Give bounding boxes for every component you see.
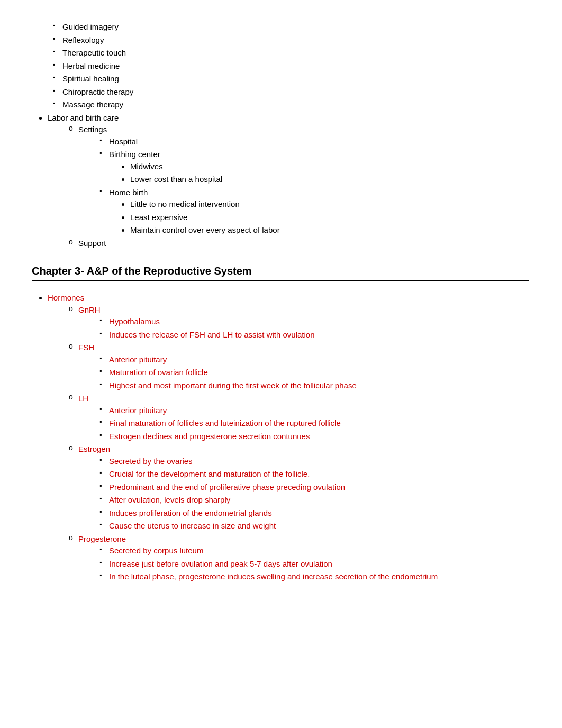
labor-list: Labor and birth care Settings Hospital B… [48, 112, 529, 250]
progesterone-sub-list: Secreted by corpus luteum Increase just … [99, 545, 529, 583]
list-item: Midwives [130, 161, 529, 173]
fsh-sub-list: Anterior pituitary Maturation of ovarian… [99, 354, 529, 392]
estrogen-item: Estrogen Secreted by the ovaries Crucial… [69, 443, 529, 532]
list-item: Anterior pituitary [99, 405, 529, 417]
list-item: Highest and most important during the fi… [99, 380, 529, 392]
hospital-list: Hospital Birthing center Midwives Lower … [99, 136, 529, 236]
list-item: In the luteal phase, progesterone induce… [99, 571, 529, 583]
list-item: Lower cost than a hospital [130, 174, 529, 186]
list-item: After ovulation, levels drop sharply [99, 494, 529, 506]
gnrh-item: GnRH Hypothalamus Induces the release of… [69, 304, 529, 341]
list-item: Guided imagery [53, 21, 529, 33]
list-item: Cause the uterus to increase in size and… [99, 520, 529, 532]
hormones-sub-list: GnRH Hypothalamus Induces the release of… [69, 304, 529, 583]
list-item: Crucial for the development and maturati… [99, 468, 529, 480]
list-item: Reflexology [53, 34, 529, 47]
list-item: Home birth Little to no medical interven… [99, 187, 529, 236]
list-item: Hospital [99, 136, 529, 148]
list-item: Final maturation of follicles and lutein… [99, 417, 529, 430]
list-item: Secreted by the ovaries [99, 456, 529, 468]
list-item: Estrogen declines and progesterone secre… [99, 431, 529, 443]
list-item: Induces the release of FSH and LH to ass… [99, 329, 529, 341]
list-item: Herbal medicine [53, 60, 529, 72]
gnrh-sub-list: Hypothalamus Induces the release of FSH … [99, 316, 529, 341]
list-item: Spiritual healing [53, 73, 529, 85]
list-item: Massage therapy [53, 99, 529, 111]
hormones-item: Hormones GnRH Hypothalamus Induces the r… [48, 292, 529, 583]
birthing-sub-list: Midwives Lower cost than a hospital [130, 161, 529, 186]
home-birth-sub-list: Little to no medical intervention Least … [130, 198, 529, 236]
fsh-item: FSH Anterior pituitary Maturation of ova… [69, 342, 529, 392]
list-item: Therapeutic touch [53, 47, 529, 59]
list-item: Predominant and the end of proliferative… [99, 481, 529, 494]
list-item: Little to no medical intervention [130, 198, 529, 211]
estrogen-sub-list: Secreted by the ovaries Crucial for the … [99, 456, 529, 532]
chapter-heading: Chapter 3- A&P of the Reproductive Syste… [32, 265, 529, 281]
list-item: Hypothalamus [99, 316, 529, 328]
hormones-list: Hormones GnRH Hypothalamus Induces the r… [48, 292, 529, 583]
list-item: Anterior pituitary [99, 354, 529, 366]
settings-item: Settings Hospital Birthing center Midwiv… [69, 124, 529, 236]
labor-item: Labor and birth care Settings Hospital B… [48, 112, 529, 250]
list-item: Secreted by corpus luteum [99, 545, 529, 557]
list-item: Induces proliferation of the endometrial… [99, 507, 529, 520]
list-item: Increase just before ovulation and peak … [99, 558, 529, 570]
intro-sub-list: Guided imagery Reflexology Therapeutic t… [53, 21, 529, 111]
lh-sub-list: Anterior pituitary Final maturation of f… [99, 405, 529, 443]
settings-list: Settings Hospital Birthing center Midwiv… [69, 124, 529, 249]
list-item: Maturation of ovarian follicle [99, 367, 529, 379]
content-area: Guided imagery Reflexology Therapeutic t… [32, 21, 529, 583]
list-item: Chiropractic therapy [53, 86, 529, 98]
progesterone-item: Progesterone Secreted by corpus luteum I… [69, 533, 529, 583]
list-item: Maintain control over every aspect of la… [130, 224, 529, 236]
lh-item: LH Anterior pituitary Final maturation o… [69, 393, 529, 442]
list-item: Least expensive [130, 212, 529, 224]
support-item: Support [69, 238, 529, 250]
list-item: Birthing center Midwives Lower cost than… [99, 149, 529, 186]
